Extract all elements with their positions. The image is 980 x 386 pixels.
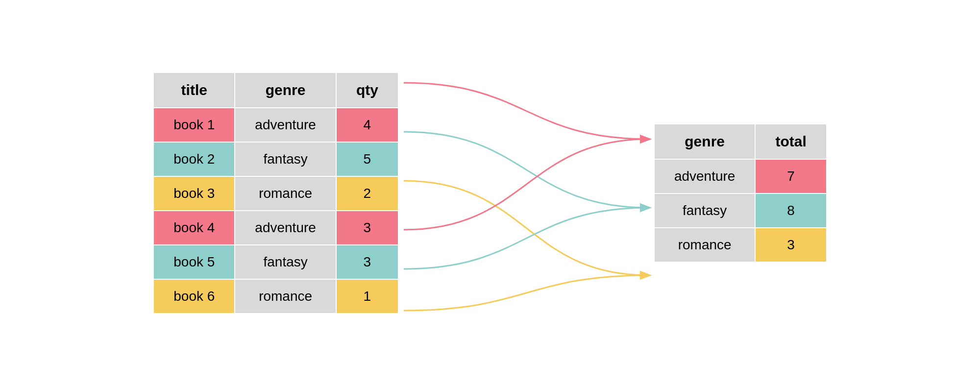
cell-genre: fantasy [235,142,336,176]
cell-genre: romance [654,228,756,262]
cell-qty: 5 [336,142,398,176]
table-row: adventure 7 [654,159,827,193]
table-row: romance 3 [654,228,827,262]
result-col-total: total [755,124,826,159]
result-table: genre total adventure 7 fantasy 8 romanc… [654,123,827,263]
cell-title: book 6 [153,279,235,314]
cell-qty: 2 [336,176,398,211]
cell-genre: romance [235,176,336,211]
table-row: book 6 romance 1 [153,279,398,314]
arrow-book5-fantasy [404,208,649,269]
arrow-book1-adventure [404,83,649,139]
cell-qty: 3 [336,211,398,245]
cell-total: 7 [755,159,826,193]
result-table-wrapper: genre total adventure 7 fantasy 8 romanc… [654,123,827,263]
cell-genre: adventure [654,159,756,193]
table-row: book 3 romance 2 [153,176,398,211]
cell-title: book 2 [153,142,235,176]
cell-title: book 3 [153,176,235,211]
source-col-qty: qty [336,72,398,108]
table-row: book 1 adventure 4 [153,108,398,142]
main-container: title genre qty book 1 adventure 4 book … [0,0,980,386]
source-table-wrapper: title genre qty book 1 adventure 4 book … [153,72,399,314]
cell-genre: fantasy [235,245,336,279]
cell-total: 3 [755,228,826,262]
source-col-title: title [153,72,235,108]
cell-qty: 4 [336,108,398,142]
arrow-book3-romance [404,181,649,275]
arrow-book2-fantasy [404,132,649,208]
cell-genre: adventure [235,211,336,245]
source-col-genre: genre [235,72,336,108]
cell-title: book 1 [153,108,235,142]
cell-genre: adventure [235,108,336,142]
cell-title: book 5 [153,245,235,279]
table-row: fantasy 8 [654,193,827,228]
table-row: book 5 fantasy 3 [153,245,398,279]
source-table: title genre qty book 1 adventure 4 book … [153,72,399,314]
cell-qty: 3 [336,245,398,279]
result-col-genre: genre [654,124,756,159]
cell-genre: fantasy [654,193,756,228]
cell-qty: 1 [336,279,398,314]
table-row: book 4 adventure 3 [153,211,398,245]
table-row: book 2 fantasy 5 [153,142,398,176]
cell-title: book 4 [153,211,235,245]
arrow-book6-romance [404,275,649,311]
arrow-diagram [399,46,654,340]
cell-genre: romance [235,279,336,314]
arrows-svg [399,46,654,340]
cell-total: 8 [755,193,826,228]
